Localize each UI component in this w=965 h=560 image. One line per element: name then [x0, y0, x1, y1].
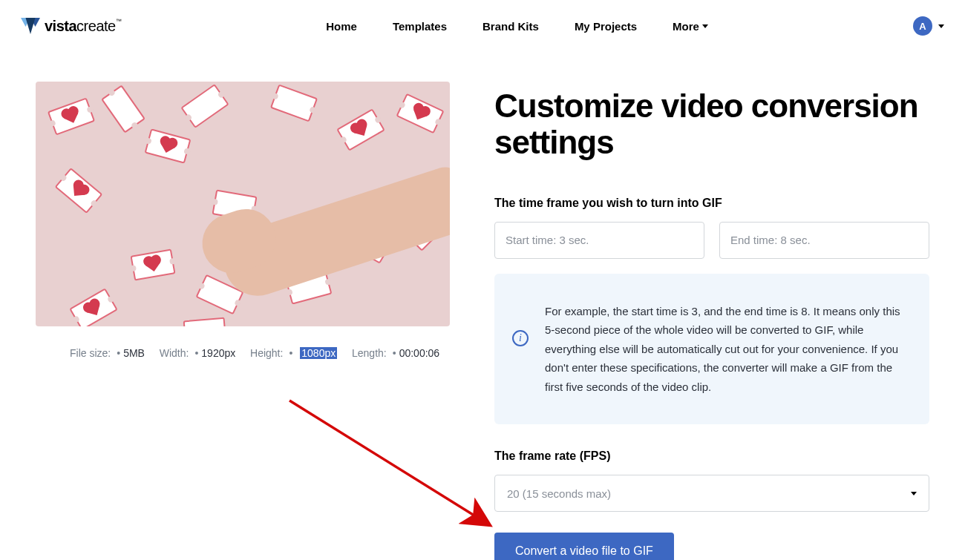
video-metadata: File size: 5MB Width: 1920px Height: 108…	[36, 347, 450, 359]
info-text: For example, the start time is 3, and th…	[545, 302, 909, 397]
left-column: File size: 5MB Width: 1920px Height: 108…	[36, 82, 450, 560]
chevron-down-icon	[911, 492, 917, 495]
logo[interactable]: vistacreate™	[21, 16, 121, 36]
nav-home[interactable]: Home	[326, 20, 357, 33]
header: vistacreate™ Home Templates Brand Kits M…	[0, 0, 965, 52]
main-content: File size: 5MB Width: 1920px Height: 108…	[0, 52, 965, 560]
length-value: 00:00:06	[391, 347, 439, 359]
nav-templates[interactable]: Templates	[393, 20, 447, 33]
nav-my-projects[interactable]: My Projects	[575, 20, 637, 33]
width-label: Width:	[160, 347, 189, 359]
info-box: i For example, the start time is 3, and …	[494, 274, 929, 425]
height-label: Height:	[250, 347, 283, 359]
page-title: Customize video conversion settings	[494, 88, 929, 161]
fps-value: 20 (15 seconds max)	[507, 487, 611, 500]
width-value: 1920px	[193, 347, 235, 359]
video-preview[interactable]	[36, 82, 450, 326]
start-time-input[interactable]	[494, 222, 704, 259]
main-nav: Home Templates Brand Kits My Projects Mo…	[121, 20, 913, 33]
time-frame-label: The time frame you wish to turn into GIF	[494, 197, 929, 210]
file-size-value: 5MB	[115, 347, 145, 359]
avatar: A	[913, 16, 932, 36]
nav-brand-kits[interactable]: Brand Kits	[482, 20, 539, 33]
time-inputs	[494, 222, 929, 259]
fps-select[interactable]: 20 (15 seconds max)	[494, 475, 929, 512]
fps-label: The frame rate (FPS)	[494, 449, 929, 463]
file-size-label: File size:	[70, 347, 111, 359]
logo-text: vistacreate™	[45, 18, 121, 35]
end-time-input[interactable]	[719, 222, 929, 259]
svg-marker-2	[26, 18, 36, 34]
info-icon: i	[512, 330, 529, 346]
chevron-down-icon	[938, 24, 944, 28]
length-label: Length:	[352, 347, 387, 359]
convert-button[interactable]: Convert a video file to GIF	[494, 533, 674, 560]
nav-more-label: More	[673, 20, 699, 33]
height-value: 1080px	[300, 347, 337, 359]
nav-more[interactable]: More	[673, 20, 708, 33]
chevron-down-icon	[702, 24, 708, 28]
logo-icon	[21, 16, 40, 36]
user-menu[interactable]: A	[913, 16, 944, 36]
right-column: Customize video conversion settings The …	[494, 82, 929, 560]
